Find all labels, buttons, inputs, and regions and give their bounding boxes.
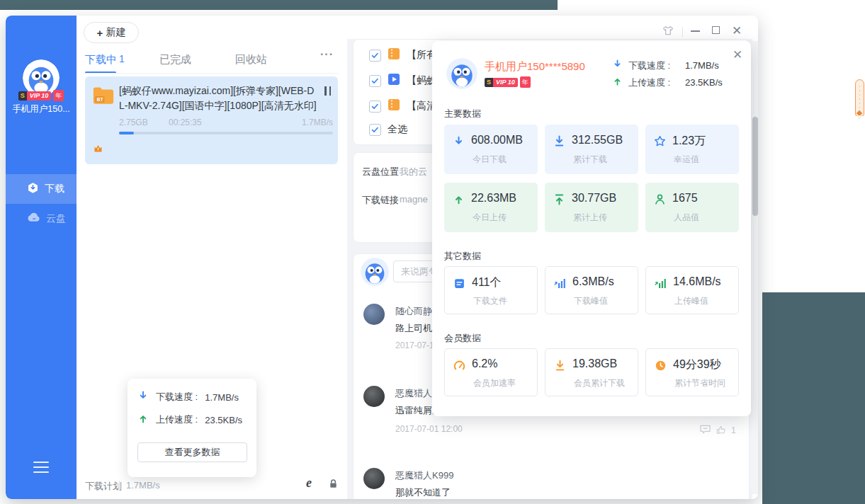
stat-label: 累计上传 [573,212,607,224]
download-link-value[interactable]: magne [400,194,428,205]
stat-card-file-count: 411个 下载文件 [444,266,538,314]
upload-arrow-icon [453,193,465,208]
file-list-icon [453,277,465,292]
thumbs-up-icon[interactable] [716,425,727,437]
chart-peak-icon [554,277,566,292]
popup-upload-label: 上传速度 : [156,413,198,426]
vip-coin-icon: S [18,91,27,101]
lock-icon[interactable] [328,479,339,492]
scrollbar-thumb[interactable] [752,117,758,216]
background-window-strip [0,0,558,10]
stat-value: 411个 [472,275,502,290]
browser-e-icon[interactable]: e [306,476,312,491]
stat-card-time-saved: 49分39秒 累计节省时间 [645,348,739,396]
checkbox-checked[interactable] [369,101,381,113]
background-desktop-area [762,292,865,504]
stat-label: 幸运值 [674,154,699,166]
commenter-name[interactable]: 随心而静 [395,305,432,318]
dialog-avatar [446,58,477,89]
tab-recycle-bin[interactable]: 回收站 [235,53,267,67]
cloud-icon [27,212,40,225]
stat-label: 累计节省时间 [674,377,725,389]
sidebar: SVIP 10年 手机用户150... 下载 云盘 [6,16,77,499]
pause-button[interactable] [324,86,331,96]
downloading-count-badge: 1 [119,53,125,64]
view-more-data-button[interactable]: 查看更多数据 [137,442,247,462]
app-window: SVIP 10年 手机用户150... 下载 云盘 + 新建 ✕ 下载中 1 已… [6,16,758,499]
stat-card-member-boost: 6.2% 会员加速率 [444,348,538,396]
dialog-upload-value: 23.5KB/s [685,77,723,88]
section-other-data: 其它数据 [444,250,481,263]
close-button[interactable]: ✕ [732,23,742,38]
stat-value: 49分39秒 [673,357,721,372]
stat-label: 上传峰值 [674,295,708,307]
scrollbar-track[interactable] [752,41,758,494]
person-icon [654,193,666,208]
dialog-close-icon[interactable]: ✕ [733,47,742,62]
archive-file-icon [388,47,400,63]
stat-label: 今日下载 [473,154,507,166]
commenter-avatar[interactable] [363,386,385,407]
download-arrow-icon [612,59,623,72]
download-link-label: 下载链接 [362,194,399,207]
sidebar-cloud-label: 云盘 [46,212,66,225]
stat-value: 30.77GB [572,192,616,205]
minimize-button[interactable] [691,30,700,32]
plus-icon: + [97,27,103,39]
download-plan-label[interactable]: 下载计划 [85,480,122,493]
checkbox-checked[interactable] [369,50,381,62]
stat-label: 下载文件 [473,295,507,307]
checkbox-checked[interactable] [369,75,381,87]
stat-value: 14.6MB/s [673,275,721,288]
status-separator [119,481,120,490]
popup-download-value: 1.7MB/s [205,392,239,403]
archive-file-icon [388,98,400,114]
stat-value: 312.55GB [572,134,623,147]
tab-completed[interactable]: 已完成 [159,53,191,67]
commenter-name[interactable]: 恶魔猎人K999 [395,469,453,482]
my-avatar [361,258,389,286]
floating-sidebar-widget[interactable] [855,79,864,116]
stat-label: 会员累计下载 [574,377,625,389]
hamburger-menu-icon[interactable] [33,462,49,476]
widget-dots [859,86,860,110]
stat-label: 累计下载 [573,154,607,166]
reply-bubble-icon[interactable] [699,424,711,437]
widget-tip [856,115,862,120]
stat-card-upload-peak: 14.6MB/s 上传峰值 [645,266,739,314]
download-to-bar-icon [553,135,565,150]
download-task-row[interactable]: BT [蚂蚁仔www.mayizai.com][拆弹专家][WEB-DL-MKV… [85,76,338,164]
stat-label: 下载峰值 [574,295,608,307]
stat-value: 6.3MB/s [572,275,614,288]
stat-value: 22.63MB [471,192,516,205]
download-to-bar-icon [554,360,566,374]
tab-downloading[interactable]: 下载中 [85,53,117,67]
stat-value: 1.23万 [672,134,706,149]
stat-card-member-download: 19.38GB 会员累计下载 [545,348,638,396]
popup-upload-value: 23.5KB/s [205,415,242,425]
commenter-avatar[interactable] [363,304,385,325]
upload-arrow-icon [137,413,149,427]
sidebar-item-download[interactable]: 下载 [6,174,77,204]
comment-text: 那就不知道了 [395,486,451,499]
desktop: SVIP 10年 手机用户150... 下载 云盘 + 新建 ✕ 下载中 1 已… [0,0,865,504]
stat-label: 会员加速率 [473,377,516,389]
cloud-location-value[interactable]: 我的云 [400,166,427,178]
select-all-label: 全选 [388,123,407,136]
maximize-button[interactable] [712,26,720,34]
checkbox-select-all[interactable] [369,124,381,136]
stat-card-total-download: 312.55GB 累计下载 [545,125,638,174]
comment-actions: 1 [699,424,736,437]
stat-value: 1675 [672,192,698,205]
sidebar-item-cloud[interactable]: 云盘 [6,204,77,234]
comment-date: 2017-07-01 12:00 [395,424,463,434]
sidebar-download-label: 下载 [45,183,64,195]
status-speed: 1.7MB/s [126,480,160,491]
new-task-button[interactable]: + 新建 [84,22,139,43]
more-options-icon[interactable]: ··· [320,48,334,61]
cloud-location-label: 云盘位置 [362,166,399,178]
task-eta: 00:25:35 [169,118,202,127]
user-stats-dialog: ✕ 手机用户150****5890 SVIP 10年 下载速度 : 1.7MB/… [432,41,751,416]
dialog-download-value: 1.7MB/s [685,60,719,71]
commenter-avatar[interactable] [363,468,385,489]
